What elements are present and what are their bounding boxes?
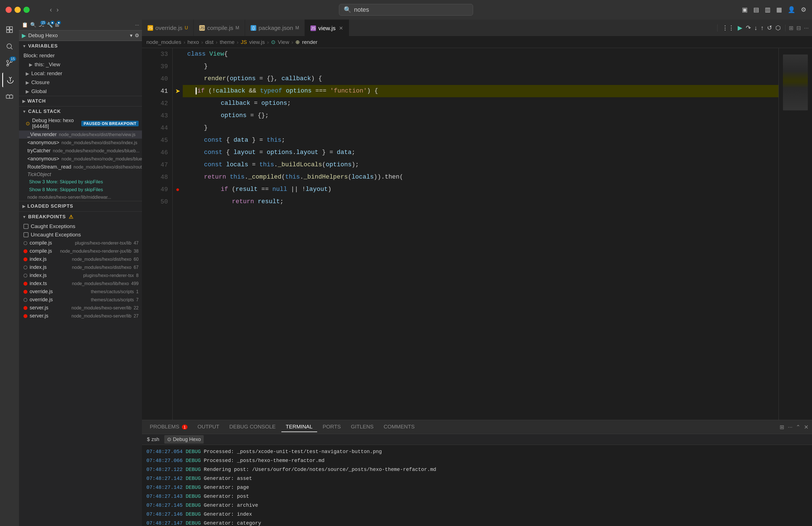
- tab-problems[interactable]: PROBLEMS 1: [145, 422, 192, 432]
- settings-icon[interactable]: ⚙: [801, 6, 807, 13]
- call-stack-frame-4[interactable]: RouteStream._read node_modules/hexo/dist…: [19, 163, 142, 171]
- debug-session-item[interactable]: ⊙ Debug Hexo: hexo [64448] PAUSED ON BRE…: [19, 116, 142, 130]
- panel-split-icon[interactable]: ⊞: [780, 424, 784, 430]
- tab-compile-js[interactable]: JS compile.js M: [194, 19, 245, 36]
- split-editor-icon[interactable]: ⊞: [789, 25, 794, 31]
- minimize-button[interactable]: [15, 7, 21, 13]
- activity-source-control[interactable]: 15: [2, 56, 17, 70]
- gear-icon[interactable]: ⚙: [135, 32, 139, 39]
- uncaught-exceptions-checkbox[interactable]: Uncaught Exceptions: [19, 231, 142, 239]
- variables-this[interactable]: ▶ this: _View: [19, 60, 142, 69]
- bc-view-class-icon: ⊙: [271, 39, 276, 45]
- bp-compile-38[interactable]: compile.js node_modules/hexo-renderer-js…: [19, 247, 142, 255]
- bp-index-60[interactable]: index.js node_modules/hexo/dist/hexo 60: [19, 255, 142, 263]
- loaded-scripts-header[interactable]: ▶ LOADED SCRIPTS: [19, 201, 142, 211]
- debug-step-into-icon[interactable]: ↓: [754, 24, 757, 32]
- sidebar-icon-1[interactable]: 📋: [22, 22, 28, 28]
- account-icon[interactable]: 👤: [788, 6, 795, 13]
- bc-dist[interactable]: dist: [205, 39, 214, 45]
- bp-index-67[interactable]: index.js node_modules/hexo/dist/hexo 67: [19, 263, 142, 271]
- tab-terminal[interactable]: TERMINAL: [281, 422, 317, 432]
- show-more-3[interactable]: Show 3 More: Skipped by skipFiles: [19, 178, 142, 186]
- bc-view[interactable]: View: [278, 39, 289, 45]
- variables-global[interactable]: ▶ Global: [19, 87, 142, 96]
- tab-override-js[interactable]: JS override.js U: [142, 19, 194, 36]
- bp-server-22[interactable]: server.js node_modules/hexo-server/lib 2…: [19, 304, 142, 312]
- variables-header[interactable]: ▼ VARIABLES: [19, 41, 142, 51]
- show-more-8[interactable]: Show 8 More: Skipped by skipFiles: [19, 186, 142, 194]
- breadcrumb-toggle-icon[interactable]: ⊟: [796, 25, 801, 31]
- config-dropdown-icon[interactable]: ▾: [130, 32, 132, 39]
- sidebar-icon-5[interactable]: ⊞ ●: [55, 22, 59, 28]
- run-icon[interactable]: ▶: [22, 32, 26, 39]
- bp-server-27[interactable]: server.js node_modules/hexo-server/lib 2…: [19, 312, 142, 320]
- watch-header[interactable]: ▶ WATCH: [19, 96, 142, 106]
- tab-comments[interactable]: COMMENTS: [379, 422, 419, 432]
- call-stack-frame-0[interactable]: _View.render node_modules/hexo/dist/them…: [19, 130, 142, 139]
- bp-index-8[interactable]: index.js plugins/hexo-renderer-tsx 8: [19, 271, 142, 280]
- call-stack-header[interactable]: ▼ CALL STACK: [19, 106, 142, 116]
- debug-restart-icon[interactable]: ↺: [767, 24, 772, 32]
- tab-gitlens[interactable]: GITLENS: [347, 422, 378, 432]
- layout-icon-2[interactable]: ▤: [753, 6, 759, 13]
- bc-hexo[interactable]: hexo: [188, 39, 199, 45]
- bp-index-ts-499[interactable]: index.ts node_modules/hexo/lib/hexo 499: [19, 280, 142, 288]
- sidebar-more[interactable]: ···: [135, 22, 139, 28]
- search-bar[interactable]: 🔍 notes: [339, 4, 473, 16]
- layout-icon-1[interactable]: ▣: [742, 6, 748, 13]
- close-tab-button[interactable]: ✕: [339, 25, 343, 31]
- breakpoints-header[interactable]: ▼ BREAKPOINTS ⚠: [19, 212, 142, 222]
- tab-output[interactable]: OUTPUT: [193, 422, 224, 432]
- activity-debug[interactable]: [2, 73, 17, 87]
- bc-theme[interactable]: theme: [220, 39, 234, 45]
- variables-local-render[interactable]: ▶ Local: render: [19, 69, 142, 78]
- close-button[interactable]: [5, 7, 12, 13]
- more-actions-icon[interactable]: ···: [804, 25, 809, 31]
- code-editor[interactable]: 33 39 40 41 42 43 44 45 46 47 48 49 50: [142, 48, 812, 420]
- activity-explorer[interactable]: [2, 23, 17, 37]
- bp-override-7[interactable]: override.js themes/cactus/scripts 7: [19, 296, 142, 304]
- debug-stop-icon[interactable]: ⬡: [775, 24, 781, 32]
- bp-compile-47[interactable]: compile.js plugins/hexo-renderer-tsx/lib…: [19, 239, 142, 247]
- debug-config-label[interactable]: Debug Hexo: [28, 32, 128, 39]
- bc-viewjs[interactable]: view.js: [249, 39, 265, 45]
- terminal-tab-debug-hexo[interactable]: ⊙ Debug Hexo: [164, 435, 204, 443]
- activity-extensions[interactable]: [2, 89, 17, 104]
- variables-closure[interactable]: ▶ Closure: [19, 78, 142, 87]
- bp-dot-4: [24, 290, 27, 294]
- caught-exceptions-checkbox[interactable]: Caught Exceptions: [19, 222, 142, 231]
- tab-package-json[interactable]: {} package.json M: [245, 19, 305, 36]
- debug-step-over-icon[interactable]: ↷: [746, 24, 751, 32]
- terminal-tab-zsh[interactable]: $ zsh: [144, 436, 162, 443]
- forward-button[interactable]: ›: [56, 6, 59, 14]
- activity-search[interactable]: [2, 39, 17, 54]
- debug-step-out-icon[interactable]: ↑: [760, 24, 764, 32]
- layout-icon-3[interactable]: ▥: [765, 6, 771, 13]
- layout-icon-4[interactable]: ▦: [776, 6, 782, 13]
- bc-node-modules[interactable]: node_modules: [146, 39, 182, 45]
- sidebar-icon-3[interactable]: ⎇ 15: [39, 22, 44, 28]
- debug-continue-icon[interactable]: ▶: [738, 24, 742, 32]
- panel-maximize-icon[interactable]: ⌃: [796, 424, 800, 430]
- tab-debug-console[interactable]: DEBUG CONSOLE: [225, 422, 280, 432]
- back-button[interactable]: ‹: [50, 6, 52, 14]
- caught-exceptions-check[interactable]: [24, 224, 29, 229]
- bc-render[interactable]: render: [302, 39, 317, 45]
- panel-close-icon[interactable]: ✕: [804, 424, 809, 430]
- bp-override-1[interactable]: override.js themes/cactus/scripts 1: [19, 288, 142, 296]
- sidebar-icon-4[interactable]: 🔧 ●: [47, 22, 53, 28]
- terminal-content[interactable]: 07:48:27.054 DEBUG Processed: _posts/xco…: [142, 445, 812, 526]
- tab-view-js[interactable]: JS view.js ✕: [305, 19, 349, 36]
- sidebar-icon-2[interactable]: 🔍: [30, 22, 36, 28]
- panel-more-icon[interactable]: ···: [788, 424, 793, 430]
- call-stack-frame-3[interactable]: <anonymous> node_modules/hexo/node_modul…: [19, 155, 142, 163]
- tab-ports[interactable]: PORTS: [318, 422, 345, 432]
- debug-toolbar-btn-1[interactable]: ⋮⋮: [722, 24, 734, 32]
- maximize-button[interactable]: [24, 7, 30, 13]
- uncaught-exceptions-check[interactable]: [24, 232, 29, 237]
- call-stack-frame-last[interactable]: node modules/hexo-server/lib/middlewar..…: [19, 194, 142, 201]
- code-content-area[interactable]: class View { } render(options = {}, call…: [183, 48, 779, 420]
- call-stack-frame-2[interactable]: tryCatcher node_modules/hexo/node_module…: [19, 147, 142, 155]
- call-stack-frame-1[interactable]: <anonymous> node_modules/hexo/dist/hexo/…: [19, 139, 142, 147]
- code-line-49: if (result == null || !layout): [183, 183, 779, 196]
